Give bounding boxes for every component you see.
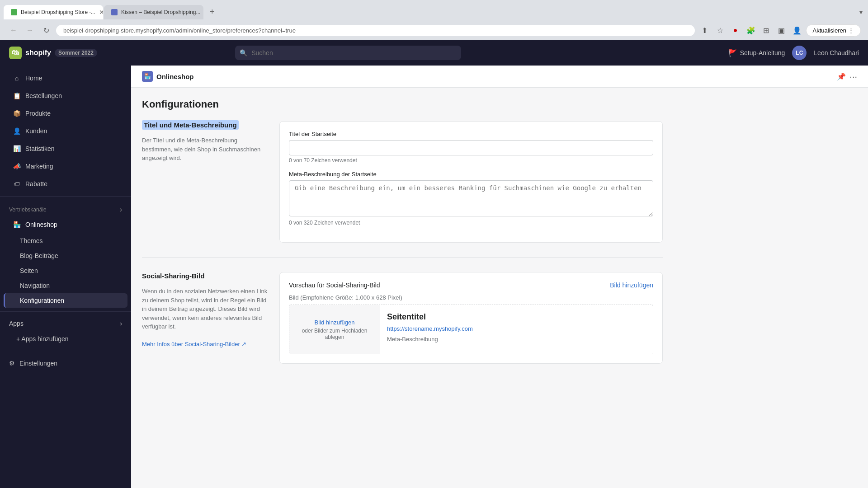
back-button[interactable]: ← [7, 24, 20, 37]
sidebar-item-customers[interactable]: 👤 Kunden [4, 122, 127, 140]
meta-char-count: 0 von 320 Zeichen verwendet [289, 220, 653, 226]
sidebar-label-customers: Kunden [25, 127, 47, 135]
address-bar[interactable]: beispiel-dropshipping-store.myshopify.co… [56, 25, 695, 36]
search-input[interactable] [235, 46, 461, 60]
meta-section-description: Der Titel und die Meta-Beschreibung best… [142, 136, 269, 163]
meta-section: Titel und Meta-Beschreibung Der Titel un… [142, 121, 663, 243]
shopify-logo: 🛍 shopify Sommer 2022 [9, 47, 97, 59]
sidebar-item-products[interactable]: 📦 Produkte [4, 105, 127, 122]
page-main-title: Konfigurationen [142, 99, 663, 110]
social-heading-group: Social-Sharing-Bild [142, 272, 269, 280]
page-header-left: 🏪 Onlineshop [142, 71, 194, 82]
social-link-text: Mehr Infos über Social-Sharing-Bilder [142, 341, 240, 347]
menu-icon-2[interactable]: ▣ [775, 24, 788, 37]
social-info-link[interactable]: Mehr Infos über Social-Sharing-Bilder ↗ [142, 341, 246, 347]
main-layout: ⌂ Home 📋 Bestellungen 📦 Produkte 👤 Kunde… [0, 66, 868, 488]
sidebar-settings[interactable]: ⚙ Einstellungen [0, 355, 131, 371]
image-label: Bild [289, 294, 299, 301]
season-badge: Sommer 2022 [55, 49, 97, 57]
meta-section-left: Titel und Meta-Beschreibung Der Titel un… [142, 121, 269, 243]
sidebar-label-orders: Bestellungen [25, 92, 62, 99]
blog-label: Blog-Beiträge [20, 252, 58, 259]
sidebar-item-home[interactable]: ⌂ Home [4, 70, 127, 87]
sidebar-sub-blog[interactable]: Blog-Beiträge [4, 249, 127, 263]
meta-field-group: Meta-Beschreibung der Startseite 0 von 3… [289, 171, 653, 226]
new-tab-button[interactable]: + [204, 4, 220, 20]
themes-label: Themes [20, 237, 43, 244]
tab-dropdown[interactable]: ▾ [854, 5, 868, 19]
social-preview-content: Seitentitel https://storename.myshopify.… [380, 305, 653, 354]
setup-guide[interactable]: 🚩 Setup-Anleitung [728, 49, 785, 57]
section-divider [142, 257, 663, 258]
meta-card: Titel der Startseite 0 von 70 Zeichen ve… [279, 121, 663, 243]
update-chevron: ⋮ [848, 27, 854, 34]
page-header-actions: 📌 ··· [837, 71, 857, 82]
user-avatar[interactable]: LC [792, 46, 807, 60]
shopify-name: shopify [25, 49, 51, 57]
products-icon: 📦 [13, 109, 21, 117]
channels-chevron: › [120, 206, 122, 214]
forward-button[interactable]: → [24, 24, 36, 37]
sidebar-label-onlineshop: Onlineshop [25, 221, 57, 228]
upload-image-button[interactable]: Bild hinzufügen [315, 319, 355, 326]
sidebar-sub-navigation[interactable]: Navigation [4, 278, 127, 293]
social-preview-box: Bild hinzufügen oder Bilder zum Hochlade… [289, 305, 653, 354]
preview-url: https://storename.myshopify.com [387, 325, 646, 332]
preview-title: Seitentitel [387, 312, 646, 322]
page-header-bar: 🏪 Onlineshop 📌 ··· [131, 66, 868, 88]
title-input[interactable] [289, 140, 653, 155]
sidebar-item-marketing[interactable]: 📣 Marketing [4, 158, 127, 175]
social-description-text: Wenn du in den sozialen Netzwerken einen… [142, 288, 267, 330]
social-section-heading: Social-Sharing-Bild [142, 272, 204, 280]
more-button[interactable]: ··· [849, 71, 857, 82]
sidebar-item-orders[interactable]: 📋 Bestellungen [4, 87, 127, 104]
add-apps-label: + Apps hinzufügen [16, 335, 69, 343]
title-field-group: Titel der Startseite 0 von 70 Zeichen ve… [289, 131, 653, 164]
pin-button[interactable]: 📌 [837, 72, 846, 81]
social-card-title: Vorschau für Social-Sharing-Bild [289, 282, 380, 289]
search-icon: 🔍 [240, 49, 247, 56]
apps-label: Apps [9, 320, 24, 327]
tab-active[interactable]: Beispiel Dropshipping Store ·... ✕ [4, 5, 103, 19]
sidebar-sub-konfigurationen[interactable]: Konfigurationen [4, 293, 127, 308]
page-breadcrumb: Onlineshop [156, 73, 194, 80]
social-card-header: Vorschau für Social-Sharing-Bild Bild hi… [289, 282, 653, 289]
sidebar-divider [0, 196, 131, 197]
navigation-label: Navigation [20, 282, 50, 289]
app-header: 🛍 shopify Sommer 2022 🔍 🚩 Setup-Anleitun… [0, 40, 868, 66]
opera-icon[interactable]: ● [729, 24, 742, 37]
menu-icon-1[interactable]: ⊞ [760, 24, 773, 37]
profile-icon[interactable]: 👤 [791, 24, 803, 37]
sidebar-sub-pages[interactable]: Seiten [4, 263, 127, 278]
refresh-button[interactable]: ↻ [40, 24, 52, 37]
user-name: Leon Chaudhari [814, 49, 859, 56]
sidebar-item-onlineshop[interactable]: 🏪 Onlineshop [4, 216, 127, 233]
content-area: 🏪 Onlineshop 📌 ··· Konfigurationen Titel… [131, 66, 868, 488]
settings-icon: ⚙ [9, 360, 15, 367]
header-search: 🔍 [235, 46, 461, 60]
page-content: Konfigurationen Titel und Meta-Beschreib… [131, 88, 674, 389]
share-icon[interactable]: ⬆ [698, 24, 711, 37]
sidebar-item-discounts[interactable]: 🏷 Rabatte [4, 175, 127, 192]
bookmark-icon[interactable]: ☆ [714, 24, 726, 37]
sidebar-label-stats: Statistiken [25, 145, 55, 152]
update-button[interactable]: Aktualisieren ⋮ [806, 24, 861, 37]
stats-icon: 📊 [13, 145, 21, 153]
update-label: Aktualisieren [813, 27, 846, 34]
sidebar-sub-themes[interactable]: Themes [4, 234, 127, 248]
image-hint: (Empfohlene Größe: 1.000 x 628 Pixel) [300, 294, 402, 301]
add-apps-button[interactable]: + Apps hinzufügen [0, 332, 131, 346]
add-image-link[interactable]: Bild hinzufügen [610, 282, 653, 289]
sidebar-item-stats[interactable]: 📊 Statistiken [4, 140, 127, 157]
extension-icon[interactable]: 🧩 [745, 24, 757, 37]
tab-inactive[interactable]: Kissen – Beispiel Dropshipping... ✕ [104, 5, 203, 19]
tab-close[interactable]: ✕ [99, 9, 103, 16]
settings-label: Einstellungen [19, 360, 57, 367]
tab-favicon-2 [111, 9, 118, 15]
toolbar-actions: ⬆ ☆ ● 🧩 ⊞ ▣ 👤 Aktualisieren ⋮ [698, 24, 861, 37]
discounts-icon: 🏷 [13, 180, 21, 188]
meta-textarea[interactable] [289, 180, 653, 216]
social-card: Vorschau für Social-Sharing-Bild Bild hi… [279, 272, 663, 364]
tab-label: Beispiel Dropshipping Store ·... [21, 9, 95, 15]
upload-text: oder Bilder zum Hochladen ablegen [297, 328, 373, 340]
